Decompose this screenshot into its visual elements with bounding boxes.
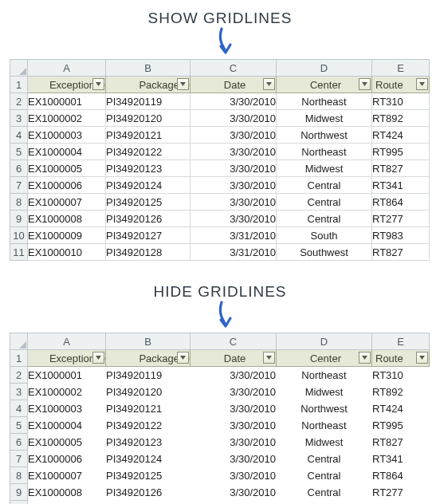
cell-center[interactable]: Central (277, 451, 372, 467)
cell-packageid[interactable]: PI34920126 (106, 211, 191, 227)
cell-exceptionid[interactable]: EX1000004 (28, 417, 106, 434)
filter-dropdown-icon[interactable] (416, 352, 428, 364)
cell-packageid[interactable]: PI34920119 (106, 93, 191, 110)
row-header[interactable]: 6 (10, 434, 28, 451)
row-header[interactable]: 8 (10, 194, 28, 211)
cell-exceptionid[interactable]: EX1000009 (28, 227, 106, 244)
cell-date[interactable]: 3/30/2010 (191, 211, 277, 227)
cell-exceptionid[interactable]: EX1000007 (28, 194, 106, 211)
cell-center[interactable]: South (277, 227, 372, 244)
header-center[interactable]: Center (277, 77, 372, 93)
cell-exceptionid[interactable]: EX1000007 (28, 467, 106, 484)
cell-date[interactable]: 3/30/2010 (191, 177, 277, 194)
cell-center[interactable]: Midwest (277, 384, 372, 400)
cell-exceptionid[interactable]: EX1000002 (28, 384, 106, 400)
row-header[interactable]: 2 (10, 93, 28, 110)
col-header-B[interactable]: B (106, 333, 191, 350)
cell-date[interactable]: 3/31/2010 (191, 501, 277, 505)
row-header[interactable]: 5 (10, 417, 28, 434)
cell-packageid[interactable]: PI34920127 (106, 227, 191, 244)
cell-date[interactable]: 3/30/2010 (191, 127, 277, 144)
cell-route[interactable]: RT310 (372, 93, 430, 110)
header-packageid[interactable]: PackageID (106, 77, 191, 93)
filter-dropdown-icon[interactable] (177, 78, 189, 90)
cell-center[interactable]: Central (277, 211, 372, 227)
cell-date[interactable]: 3/31/2010 (191, 227, 277, 244)
cell-packageid[interactable]: PI34920119 (106, 367, 191, 384)
cell-packageid[interactable]: PI34920121 (106, 127, 191, 144)
row-header-1[interactable]: 1 (10, 350, 28, 367)
row-header[interactable]: 8 (10, 467, 28, 484)
cell-date[interactable]: 3/30/2010 (191, 384, 277, 400)
cell-route[interactable]: RT277 (372, 211, 430, 227)
col-header-C[interactable]: C (191, 60, 277, 77)
cell-exceptionid[interactable]: EX1000002 (28, 110, 106, 127)
col-header-D[interactable]: D (277, 60, 372, 77)
cell-route[interactable]: RT827 (372, 434, 430, 451)
cell-route[interactable]: RT983 (372, 501, 430, 505)
cell-date[interactable]: 3/30/2010 (191, 367, 277, 384)
filter-dropdown-icon[interactable] (263, 352, 275, 364)
cell-center[interactable]: Northwest (277, 400, 372, 417)
cell-date[interactable]: 3/31/2010 (191, 244, 277, 261)
cell-exceptionid[interactable]: EX1000003 (28, 127, 106, 144)
cell-packageid[interactable]: PI34920128 (106, 244, 191, 261)
cell-center[interactable]: Central (277, 177, 372, 194)
cell-route[interactable]: RT864 (372, 194, 430, 211)
cell-date[interactable]: 3/30/2010 (191, 93, 277, 110)
cell-exceptionid[interactable]: EX1000003 (28, 400, 106, 417)
filter-dropdown-icon[interactable] (263, 78, 275, 90)
cell-packageid[interactable]: PI34920126 (106, 484, 191, 501)
cell-center[interactable]: Central (277, 467, 372, 484)
cell-exceptionid[interactable]: EX1000005 (28, 434, 106, 451)
cell-route[interactable]: RT983 (372, 227, 430, 244)
cell-date[interactable]: 3/30/2010 (191, 144, 277, 160)
cell-exceptionid[interactable]: EX1000004 (28, 144, 106, 160)
row-header[interactable]: 10 (10, 501, 28, 505)
cell-route[interactable]: RT341 (372, 177, 430, 194)
row-header[interactable]: 9 (10, 484, 28, 501)
col-header-E[interactable]: E (372, 333, 430, 350)
col-header-E[interactable]: E (372, 60, 430, 77)
cell-packageid[interactable]: PI34920125 (106, 467, 191, 484)
cell-exceptionid[interactable]: EX1000001 (28, 93, 106, 110)
row-header[interactable]: 6 (10, 160, 28, 177)
filter-dropdown-icon[interactable] (92, 352, 104, 364)
cell-center[interactable]: Midwest (277, 434, 372, 451)
cell-center[interactable]: Midwest (277, 160, 372, 177)
cell-center[interactable]: Northeast (277, 417, 372, 434)
col-header-B[interactable]: B (106, 60, 191, 77)
filter-dropdown-icon[interactable] (359, 78, 371, 90)
cell-date[interactable]: 3/30/2010 (191, 194, 277, 211)
filter-dropdown-icon[interactable] (359, 352, 371, 364)
filter-dropdown-icon[interactable] (416, 78, 428, 90)
col-header-A[interactable]: A (28, 60, 106, 77)
cell-route[interactable]: RT995 (372, 417, 430, 434)
cell-packageid[interactable]: PI34920123 (106, 434, 191, 451)
select-all-corner[interactable] (10, 60, 28, 77)
select-all-corner[interactable] (10, 333, 28, 350)
col-header-D[interactable]: D (277, 333, 372, 350)
cell-packageid[interactable]: PI34920122 (106, 417, 191, 434)
header-center[interactable]: Center (277, 350, 372, 367)
row-header[interactable]: 10 (10, 227, 28, 244)
cell-date[interactable]: 3/30/2010 (191, 417, 277, 434)
cell-date[interactable]: 3/30/2010 (191, 400, 277, 417)
row-header[interactable]: 2 (10, 367, 28, 384)
cell-center[interactable]: Southwest (277, 244, 372, 261)
cell-route[interactable]: RT995 (372, 144, 430, 160)
row-header[interactable]: 7 (10, 177, 28, 194)
header-exceptionid[interactable]: ExceptionID (28, 350, 106, 367)
cell-route[interactable]: RT864 (372, 467, 430, 484)
cell-route[interactable]: RT424 (372, 400, 430, 417)
cell-route[interactable]: RT892 (372, 384, 430, 400)
header-date[interactable]: Date (191, 350, 277, 367)
cell-packageid[interactable]: PI34920123 (106, 160, 191, 177)
filter-dropdown-icon[interactable] (177, 352, 189, 364)
cell-route[interactable]: RT424 (372, 127, 430, 144)
filter-dropdown-icon[interactable] (92, 78, 104, 90)
cell-packageid[interactable]: PI34920124 (106, 177, 191, 194)
cell-exceptionid[interactable]: EX1000001 (28, 367, 106, 384)
header-date[interactable]: Date (191, 77, 277, 93)
cell-exceptionid[interactable]: EX1000008 (28, 484, 106, 501)
